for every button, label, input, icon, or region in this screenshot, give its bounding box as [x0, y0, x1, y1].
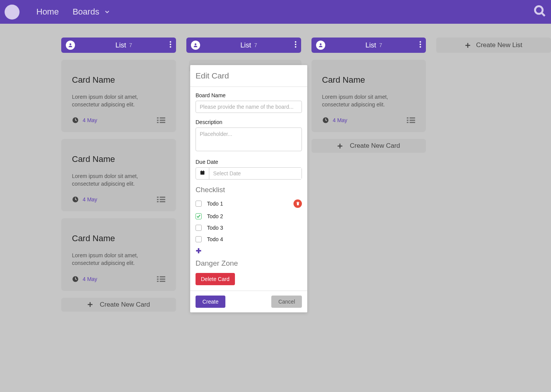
modal-title: Edit Card	[196, 71, 302, 80]
nav-boards[interactable]: Boards	[73, 7, 111, 17]
card[interactable]: Card Name Lorem ipsum dolor sit amet, co…	[61, 60, 176, 132]
checklist-item: Todo 3	[196, 225, 302, 231]
list-count: 7	[129, 42, 132, 48]
svg-point-32	[295, 46, 296, 48]
checklist-item-label: Todo 2	[207, 213, 302, 219]
svg-point-2	[70, 43, 72, 45]
svg-rect-15	[160, 197, 165, 198]
card-date: 4 May	[83, 117, 97, 123]
card[interactable]: Card Name Lorem ipsum dolor sit amet, co…	[61, 139, 176, 211]
svg-rect-42	[407, 122, 409, 123]
checklist-icon[interactable]	[157, 276, 165, 283]
plus-icon	[337, 143, 343, 149]
checklist-icon[interactable]	[157, 196, 165, 203]
card[interactable]: Card Name Lorem ipsum dolor sit amet, co…	[61, 218, 176, 291]
due-date-input[interactable]	[209, 168, 302, 179]
svg-rect-40	[407, 120, 409, 121]
list-title: List	[365, 41, 376, 49]
more-vertical-icon	[170, 41, 171, 48]
more-vertical-icon	[419, 41, 421, 48]
svg-point-36	[420, 46, 421, 48]
svg-rect-26	[160, 281, 165, 282]
svg-point-31	[295, 44, 296, 45]
card-description: Lorem ipsum dolor sit amet, consectetur …	[72, 173, 165, 188]
chevron-down-icon	[104, 8, 111, 15]
delete-checklist-item-button[interactable]	[293, 199, 302, 208]
svg-point-30	[295, 41, 296, 43]
create-button[interactable]: Create	[196, 296, 225, 308]
checklist-item: Todo 2	[196, 213, 302, 219]
svg-rect-22	[160, 276, 165, 277]
list-header[interactable]: List 7	[186, 38, 301, 53]
clock-icon	[72, 276, 79, 283]
svg-point-34	[420, 41, 421, 43]
card[interactable]: Card Name Lorem ipsum dolor sit amet, co…	[311, 60, 426, 132]
checklist-checkbox[interactable]	[196, 213, 202, 219]
list-count: 7	[379, 42, 382, 48]
list-title: List	[240, 41, 251, 49]
svg-rect-12	[160, 122, 165, 123]
svg-rect-25	[157, 281, 159, 282]
svg-rect-8	[160, 118, 165, 119]
card-title: Card Name	[72, 75, 165, 85]
card-description: Lorem ipsum dolor sit amet, consectetur …	[322, 93, 416, 108]
svg-rect-43	[410, 122, 416, 123]
checklist-checkbox[interactable]	[196, 201, 202, 207]
svg-rect-9	[157, 120, 159, 121]
create-list-button[interactable]: Create New List	[436, 38, 551, 53]
list-menu-button[interactable]	[295, 41, 297, 49]
create-card-button[interactable]: Create New Card	[61, 298, 176, 312]
description-label: Description	[196, 119, 302, 125]
checklist-item-label: Todo 1	[207, 201, 288, 207]
list-count: 7	[254, 42, 257, 48]
svg-point-3	[170, 41, 171, 43]
card-title: Card Name	[72, 234, 165, 243]
svg-point-33	[320, 43, 321, 45]
list-title: List	[115, 41, 126, 49]
card-description: Lorem ipsum dolor sit amet, consectetur …	[72, 93, 165, 108]
cancel-button[interactable]: Cancel	[271, 296, 302, 308]
board-name-label: Board Name	[196, 92, 302, 98]
checklist-checkbox[interactable]	[196, 225, 202, 231]
list-avatar-icon	[191, 41, 200, 50]
svg-rect-50	[201, 170, 202, 172]
svg-rect-14	[157, 197, 159, 198]
svg-rect-51	[203, 170, 204, 172]
checklist-icon[interactable]	[157, 117, 165, 124]
list-header[interactable]: List 7	[311, 38, 426, 53]
list-column: List 7 Card Name Lorem ipsum dolor sit a…	[311, 38, 426, 153]
svg-point-4	[170, 44, 171, 45]
list-menu-button[interactable]	[419, 41, 421, 49]
search-button[interactable]	[533, 5, 546, 19]
list-menu-button[interactable]	[170, 41, 171, 49]
clock-icon	[322, 117, 329, 124]
svg-line-1	[541, 13, 545, 16]
due-date-field[interactable]	[196, 167, 302, 180]
avatar[interactable]	[5, 5, 20, 20]
svg-rect-49	[201, 171, 205, 172]
create-card-label: Create New Card	[350, 142, 400, 150]
board-name-input[interactable]	[196, 101, 302, 113]
list-header[interactable]: List 7	[61, 38, 176, 53]
svg-rect-53	[297, 202, 298, 202]
svg-rect-21	[157, 276, 159, 277]
checklist-item-label: Todo 3	[207, 225, 302, 231]
nav-home[interactable]: Home	[36, 7, 59, 17]
card-title: Card Name	[72, 154, 165, 164]
add-checklist-item-button[interactable]	[196, 248, 302, 255]
edit-card-modal: Edit Card Board Name Description Due Dat…	[190, 65, 307, 312]
description-input[interactable]	[196, 127, 302, 151]
danger-zone-title: Danger Zone	[196, 259, 302, 268]
svg-point-5	[170, 46, 171, 48]
checklist-icon[interactable]	[407, 117, 415, 124]
svg-point-0	[535, 6, 543, 14]
card-date: 4 May	[83, 276, 97, 282]
trash-icon	[296, 201, 300, 206]
list-avatar-icon	[316, 41, 325, 50]
svg-rect-10	[160, 120, 165, 121]
checklist-checkbox[interactable]	[196, 236, 202, 242]
delete-card-button[interactable]: Delete Card	[196, 273, 235, 285]
create-card-button[interactable]: Create New Card	[311, 139, 426, 153]
svg-rect-47	[465, 45, 470, 46]
search-icon	[533, 5, 546, 18]
